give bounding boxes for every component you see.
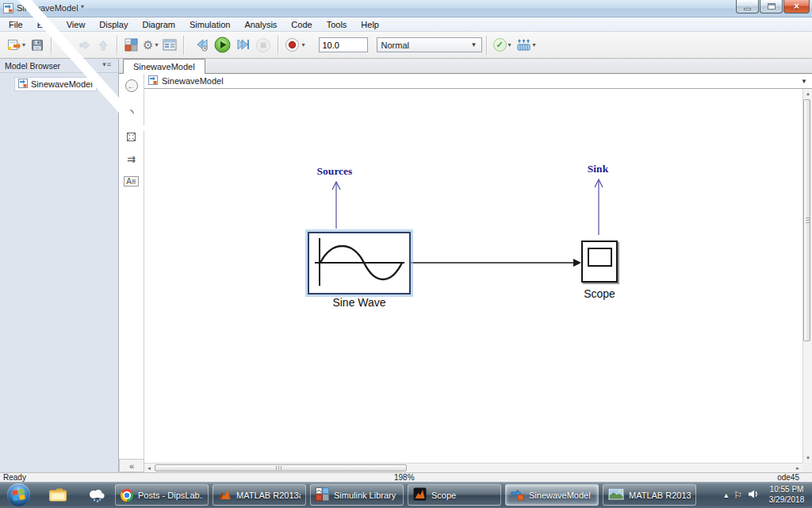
update-diagram-button[interactable]: ✓ ▾ bbox=[492, 36, 513, 55]
windows-logo-icon bbox=[12, 488, 25, 502]
taskbar-button-simulink-library[interactable]: Simulink Library ... bbox=[310, 484, 404, 506]
scroll-up-button[interactable]: ▲ bbox=[803, 89, 812, 98]
menu-tools[interactable]: Tools bbox=[320, 18, 354, 31]
minimize-button[interactable] bbox=[736, 0, 759, 13]
build-button[interactable]: ▾ bbox=[515, 36, 538, 55]
tool-palette: ← ⇉ A≡ bbox=[119, 74, 144, 463]
taskbar-button-label: Posts - DipsLab.... bbox=[138, 491, 203, 500]
model-canvas[interactable]: Sources Sink Sine Wave Scope bbox=[144, 89, 802, 463]
panel-menu-lines-icon: ≡ bbox=[107, 60, 112, 68]
collapse-left-icon: « bbox=[129, 461, 134, 471]
volume-icon[interactable] bbox=[748, 489, 759, 501]
build-dropdown-icon[interactable]: ▾ bbox=[533, 41, 536, 48]
model-config-dropdown-icon[interactable]: ▾ bbox=[155, 41, 158, 48]
windows-taskbar: Posts - DipsLab.... MATLAB R2013a Simuli… bbox=[0, 482, 812, 508]
simulink-library-icon bbox=[316, 487, 329, 502]
stop-button[interactable] bbox=[254, 36, 273, 55]
clock-time: 10:55 PM bbox=[764, 485, 809, 495]
explorer-taskbar-icon[interactable] bbox=[48, 486, 68, 505]
check-circle-icon: ✓ bbox=[493, 38, 507, 52]
taskbar-button-chrome[interactable]: Posts - DipsLab.... bbox=[115, 484, 209, 506]
new-model-button[interactable]: ▾ bbox=[6, 36, 27, 55]
menu-simulation[interactable]: Simulation bbox=[182, 18, 237, 31]
status-bar: Ready 198% ode45 bbox=[0, 472, 812, 482]
taskbar-button-scope[interactable]: Scope bbox=[408, 484, 501, 506]
horizontal-scrollbar[interactable]: ◄ ► bbox=[144, 463, 802, 472]
menu-file[interactable]: File bbox=[2, 18, 30, 31]
menu-diagram[interactable]: Diagram bbox=[135, 18, 182, 31]
record-button[interactable]: ▾ bbox=[283, 36, 306, 55]
annotation-button[interactable]: A≡ bbox=[123, 172, 140, 190]
annotation-icon: A≡ bbox=[124, 176, 139, 187]
sim-mode-select[interactable]: Normal ▼ bbox=[377, 37, 482, 52]
sim-time-input[interactable] bbox=[319, 37, 368, 52]
step-forward-button[interactable] bbox=[234, 36, 252, 55]
menu-edit[interactable]: Edit bbox=[30, 18, 59, 31]
toolbar-separator bbox=[51, 36, 52, 55]
taskbar-button-label: Scope bbox=[431, 491, 456, 500]
zoom-icon bbox=[125, 109, 137, 121]
save-button[interactable] bbox=[29, 36, 46, 55]
taskbar-button-label: MATLAB R2013a ... bbox=[629, 491, 691, 500]
tree-item-sinewavemodel[interactable]: SinewaveModel bbox=[14, 77, 97, 91]
model-browser-title: Model Browser bbox=[5, 61, 60, 71]
menu-display[interactable]: Display bbox=[92, 18, 135, 31]
close-button[interactable]: × bbox=[783, 0, 810, 13]
breadcrumb-path[interactable]: SinewaveModel bbox=[162, 76, 224, 86]
menu-help[interactable]: Help bbox=[354, 18, 386, 31]
menu-analysis[interactable]: Analysis bbox=[237, 18, 284, 31]
vertical-scroll-thumb[interactable] bbox=[803, 99, 810, 341]
zoom-level: 198% bbox=[394, 473, 415, 482]
taskbar-button-photo-matlab[interactable]: MATLAB R2013a ... bbox=[603, 484, 696, 506]
maximize-icon bbox=[768, 3, 776, 10]
back-button[interactable] bbox=[56, 36, 74, 55]
step-back-icon bbox=[194, 38, 209, 52]
run-icon bbox=[214, 37, 231, 53]
build-icon bbox=[516, 38, 531, 52]
breadcrumb-dropdown-icon[interactable]: ▼ bbox=[801, 78, 807, 85]
close-icon: × bbox=[794, 1, 799, 12]
scroll-down-button[interactable]: ▼ bbox=[803, 453, 812, 463]
zoom-button[interactable] bbox=[123, 106, 140, 123]
menu-bar: File Edit View Display Diagram Simulatio… bbox=[0, 17, 812, 32]
scope-block[interactable] bbox=[581, 241, 618, 283]
menu-view[interactable]: View bbox=[59, 18, 93, 31]
breadcrumb-bar: SinewaveModel ▼ bbox=[144, 74, 812, 89]
model-config-button[interactable]: ⚙ ▾ bbox=[141, 36, 159, 55]
model-explorer-icon bbox=[163, 39, 177, 51]
annotation-sink[interactable]: Sink bbox=[562, 163, 634, 175]
update-diagram-dropdown-icon[interactable]: ▾ bbox=[508, 41, 511, 48]
fit-to-view-button[interactable] bbox=[123, 128, 140, 145]
start-button[interactable] bbox=[7, 483, 30, 506]
step-back-button[interactable] bbox=[193, 36, 211, 55]
collapse-browser-button[interactable]: « bbox=[119, 459, 144, 472]
run-button[interactable] bbox=[213, 36, 232, 55]
signal-routing-button[interactable]: ⇉ bbox=[123, 150, 140, 167]
photo-thumbnail-icon bbox=[608, 488, 624, 502]
fit-to-view-icon bbox=[125, 131, 137, 143]
show-hidden-icons-button[interactable]: ▴ bbox=[724, 491, 728, 499]
horizontal-scroll-thumb[interactable] bbox=[155, 464, 407, 471]
maximize-button[interactable] bbox=[760, 0, 783, 13]
library-browser-icon bbox=[124, 38, 138, 52]
taskbar-clock[interactable]: 10:55 PM 3/29/2018 bbox=[764, 485, 809, 505]
panel-menu-button[interactable]: ▾≡ bbox=[102, 60, 112, 68]
weather-cloud-icon[interactable] bbox=[87, 488, 106, 504]
simulink-model-icon bbox=[3, 3, 13, 15]
tab-sinewavemodel[interactable]: SinewaveModel bbox=[123, 59, 205, 74]
sim-mode-value: Normal bbox=[381, 40, 409, 50]
action-center-flag-icon[interactable]: ⚐ bbox=[733, 490, 742, 501]
taskbar-button-matlab[interactable]: MATLAB R2013a bbox=[213, 484, 306, 506]
new-model-dropdown-icon[interactable]: ▾ bbox=[22, 41, 25, 48]
toolbar-separator bbox=[183, 36, 184, 55]
record-dropdown-icon[interactable]: ▾ bbox=[301, 41, 304, 48]
model-explorer-button[interactable] bbox=[161, 36, 178, 55]
up-to-parent-button[interactable]: ← bbox=[123, 77, 140, 94]
annotation-sources[interactable]: Sources bbox=[299, 165, 370, 178]
sine-wave-block[interactable] bbox=[308, 232, 411, 294]
menu-code[interactable]: Code bbox=[284, 18, 319, 31]
library-browser-button[interactable] bbox=[122, 36, 140, 55]
taskbar-button-sinewavemodel[interactable]: SinewaveModel * bbox=[505, 484, 599, 506]
up-button[interactable] bbox=[94, 36, 112, 55]
forward-button[interactable] bbox=[75, 36, 93, 55]
